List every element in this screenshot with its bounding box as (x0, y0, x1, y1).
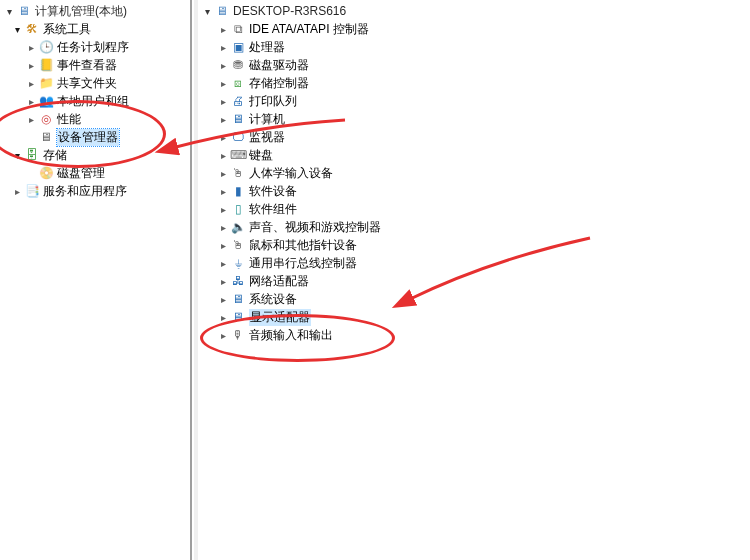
chevron-right-icon[interactable]: ▸ (24, 60, 38, 71)
device-item-label: 处理器 (249, 39, 285, 56)
chevron-right-icon[interactable]: ▸ (216, 60, 230, 71)
tree-local-users[interactable]: ▸ 👥 本地用户和组 (2, 92, 190, 110)
left-panel: ▾ 🖥 计算机管理(本地) ▾ 🛠 系统工具 ▸ 🕒 任务计划程序 ▸ 📒 事件… (0, 0, 192, 560)
tree-root-label: 计算机管理(本地) (35, 3, 127, 20)
chevron-right-icon[interactable]: ▸ (216, 132, 230, 143)
device-item-label: 软件组件 (249, 201, 297, 218)
chevron-down-icon[interactable]: ▾ (2, 6, 16, 17)
chevron-right-icon[interactable]: ▸ (216, 276, 230, 287)
chevron-right-icon[interactable]: ▸ (216, 24, 230, 35)
chevron-right-icon[interactable]: ▸ (216, 240, 230, 251)
device-item-sound[interactable]: ▸🔈声音、视频和游戏控制器 (200, 218, 750, 236)
services-icon: 📑 (24, 183, 40, 199)
tree-label: 存储 (43, 147, 67, 164)
shared-folder-icon: 📁 (38, 75, 54, 91)
device-item-computer[interactable]: ▸🖥计算机 (200, 110, 750, 128)
keyboard-icon: ⌨ (230, 147, 246, 163)
device-item-label: 软件设备 (249, 183, 297, 200)
chevron-right-icon[interactable]: ▸ (216, 222, 230, 233)
network-icon: 🖧 (230, 273, 246, 289)
device-item-label: 计算机 (249, 111, 285, 128)
tree-label: 性能 (57, 111, 81, 128)
device-item-cpu[interactable]: ▸▣处理器 (200, 38, 750, 56)
computer-icon: 🖥 (230, 111, 246, 127)
tree-services-apps[interactable]: ▸ 📑 服务和应用程序 (2, 182, 190, 200)
speaker-icon: 🔈 (230, 219, 246, 235)
tree-disk-management[interactable]: 📀 磁盘管理 (2, 164, 190, 182)
mouse-icon: 🖱 (230, 237, 246, 253)
tree-label: 共享文件夹 (57, 75, 117, 92)
device-item-mouse[interactable]: ▸🖱鼠标和其他指针设备 (200, 236, 750, 254)
chevron-right-icon[interactable]: ▸ (216, 96, 230, 107)
chevron-right-icon[interactable]: ▸ (216, 78, 230, 89)
device-root[interactable]: ▾ 🖥 DESKTOP-R3RS616 (200, 2, 750, 20)
tree-task-scheduler[interactable]: ▸ 🕒 任务计划程序 (2, 38, 190, 56)
device-item-audio-io[interactable]: ▸🎙音频输入和输出 (200, 326, 750, 344)
tree-label: 事件查看器 (57, 57, 117, 74)
chevron-right-icon[interactable]: ▸ (216, 186, 230, 197)
chevron-right-icon[interactable]: ▸ (216, 294, 230, 305)
device-item-label: 打印队列 (249, 93, 297, 110)
chevron-right-icon[interactable]: ▸ (216, 312, 230, 323)
tree-system-tools[interactable]: ▾ 🛠 系统工具 (2, 20, 190, 38)
chevron-right-icon[interactable]: ▸ (24, 114, 38, 125)
management-tree[interactable]: ▾ 🖥 计算机管理(本地) ▾ 🛠 系统工具 ▸ 🕒 任务计划程序 ▸ 📒 事件… (0, 0, 190, 200)
device-item-ide[interactable]: ▸⧉IDE ATA/ATAPI 控制器 (200, 20, 750, 38)
tree-label: 系统工具 (43, 21, 91, 38)
tree-label: 本地用户和组 (57, 93, 129, 110)
chevron-down-icon[interactable]: ▾ (10, 150, 24, 161)
device-item-storage-ctl[interactable]: ▸⧇存储控制器 (200, 74, 750, 92)
chevron-down-icon[interactable]: ▾ (200, 6, 214, 17)
chevron-right-icon[interactable]: ▸ (216, 42, 230, 53)
chevron-right-icon[interactable]: ▸ (24, 42, 38, 53)
display-icon: 🖥 (230, 309, 246, 325)
printer-icon: 🖨 (230, 93, 246, 109)
device-item-label: 键盘 (249, 147, 273, 164)
device-item-print-queue[interactable]: ▸🖨打印队列 (200, 92, 750, 110)
chevron-right-icon[interactable]: ▸ (10, 186, 24, 197)
tree-event-viewer[interactable]: ▸ 📒 事件查看器 (2, 56, 190, 74)
device-item-sw-comp[interactable]: ▸▯软件组件 (200, 200, 750, 218)
computer-icon: 🖥 (214, 3, 230, 19)
device-item-label: 音频输入和输出 (249, 327, 333, 344)
device-item-keyboard[interactable]: ▸⌨键盘 (200, 146, 750, 164)
device-item-hid[interactable]: ▸🖱人体学输入设备 (200, 164, 750, 182)
storage-icon: 🗄 (24, 147, 40, 163)
ide-icon: ⧉ (230, 21, 246, 37)
device-item-label: 声音、视频和游戏控制器 (249, 219, 381, 236)
device-item-label: 显示适配器 (249, 309, 311, 326)
device-item-label: 通用串行总线控制器 (249, 255, 357, 272)
storage-icon: ⧇ (230, 75, 246, 91)
chevron-right-icon[interactable]: ▸ (216, 204, 230, 215)
tree-label: 服务和应用程序 (43, 183, 127, 200)
chevron-right-icon[interactable]: ▸ (216, 114, 230, 125)
tree-label: 磁盘管理 (57, 165, 105, 182)
device-item-disk-drive[interactable]: ▸⛃磁盘驱动器 (200, 56, 750, 74)
tree-shared-folders[interactable]: ▸ 📁 共享文件夹 (2, 74, 190, 92)
tree-performance[interactable]: ▸ ◎ 性能 (2, 110, 190, 128)
device-item-label: 监视器 (249, 129, 285, 146)
device-item-sw-dev[interactable]: ▸▮软件设备 (200, 182, 750, 200)
computer-management-icon: 🖥 (16, 3, 32, 19)
chevron-right-icon[interactable]: ▸ (216, 330, 230, 341)
chevron-right-icon[interactable]: ▸ (216, 150, 230, 161)
device-item-label: 磁盘驱动器 (249, 57, 309, 74)
chevron-right-icon[interactable]: ▸ (24, 78, 38, 89)
tree-storage[interactable]: ▾ 🗄 存储 (2, 146, 190, 164)
right-panel: ▾ 🖥 DESKTOP-R3RS616 ▸⧉IDE ATA/ATAPI 控制器▸… (198, 0, 750, 560)
event-viewer-icon: 📒 (38, 57, 54, 73)
chevron-right-icon[interactable]: ▸ (216, 258, 230, 269)
device-item-monitor[interactable]: ▸🖵监视器 (200, 128, 750, 146)
device-tree[interactable]: ▾ 🖥 DESKTOP-R3RS616 ▸⧉IDE ATA/ATAPI 控制器▸… (198, 0, 750, 344)
device-item-label: 人体学输入设备 (249, 165, 333, 182)
device-item-usb[interactable]: ▸⏚通用串行总线控制器 (200, 254, 750, 272)
chevron-right-icon[interactable]: ▸ (24, 96, 38, 107)
tree-device-manager[interactable]: 🖥 设备管理器 (2, 128, 190, 146)
chevron-right-icon[interactable]: ▸ (216, 168, 230, 179)
chevron-down-icon[interactable]: ▾ (10, 24, 24, 35)
device-item-system[interactable]: ▸🖥系统设备 (200, 290, 750, 308)
device-root-label: DESKTOP-R3RS616 (233, 4, 346, 18)
device-item-display[interactable]: ▸🖥显示适配器 (200, 308, 750, 326)
tree-root[interactable]: ▾ 🖥 计算机管理(本地) (2, 2, 190, 20)
device-item-network[interactable]: ▸🖧网络适配器 (200, 272, 750, 290)
